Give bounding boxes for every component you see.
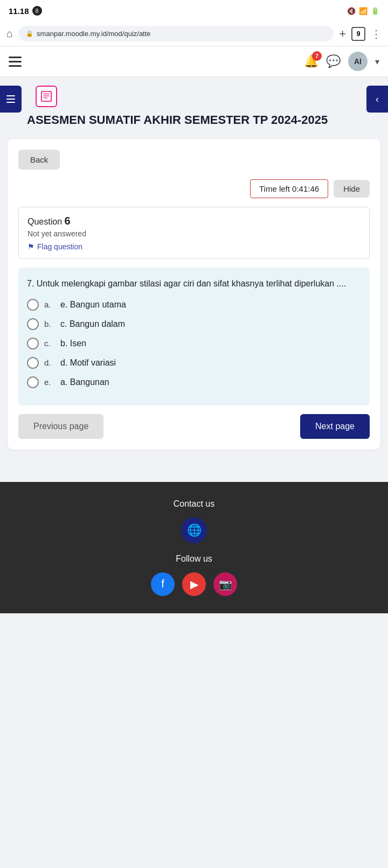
facebook-icon[interactable]: f <box>151 572 175 596</box>
svg-rect-3 <box>41 92 51 101</box>
radio-e[interactable] <box>27 376 39 388</box>
header-section: ‹ <box>0 77 388 107</box>
footer-social-links: f ▶ 📷 <box>9 572 379 596</box>
notification-badge: 7 <box>312 51 322 61</box>
radio-b[interactable] <box>27 318 39 330</box>
more-icon[interactable]: ⋮ <box>371 27 382 40</box>
option-a[interactable]: a. e. Bangun utama <box>27 299 361 311</box>
quiz-icon-box <box>36 86 57 107</box>
list-icon <box>5 94 16 104</box>
option-d-text: d. Motif variasi <box>60 358 116 368</box>
hide-button[interactable]: Hide <box>334 180 370 198</box>
instagram-icon[interactable]: 📷 <box>213 572 237 596</box>
radio-a[interactable] <box>27 299 39 311</box>
flag-question-link[interactable]: ⚑ Flag question <box>27 242 361 251</box>
timer-row: Time left 0:41:46 Hide <box>18 179 370 198</box>
flag-icon: ⚑ <box>27 242 34 251</box>
svg-rect-0 <box>6 95 15 96</box>
option-d[interactable]: d. d. Motif variasi <box>27 357 361 369</box>
question-status: Not yet answered <box>27 229 361 238</box>
hamburger-button[interactable] <box>9 57 22 67</box>
option-e-text: a. Bangunan <box>60 377 109 387</box>
youtube-icon[interactable]: ▶ <box>182 572 206 596</box>
footer-follow-label: Follow us <box>9 554 379 564</box>
option-c-letter: c. <box>44 339 55 348</box>
status-bar: 11.18 8 🔇 📶 🔋 <box>0 0 388 22</box>
footer: Contact us 🌐 Follow us f ▶ 📷 <box>0 482 388 613</box>
question-label: Question 6 <box>27 215 361 227</box>
chevron-down-icon[interactable]: ▾ <box>375 57 379 67</box>
quiz-icon <box>40 90 52 102</box>
question-content: 7. Untuk melengkapi gambar stilasi agar … <box>18 268 370 405</box>
avatar-button[interactable]: AI <box>348 52 368 71</box>
next-page-button[interactable]: Next page <box>300 414 370 439</box>
radio-c[interactable] <box>27 338 39 349</box>
url-text: smanpar.moodle.my.id/mod/quiz/atte <box>37 30 150 38</box>
option-c[interactable]: c. b. Isen <box>27 338 361 349</box>
tab-count[interactable]: 9 <box>351 27 365 41</box>
nav-buttons: Previous page Next page <box>18 414 370 439</box>
battery-icon: 🔋 <box>371 7 379 15</box>
status-icons: 🔇 📶 🔋 <box>347 7 379 15</box>
question-text: 7. Untuk melengkapi gambar stilasi agar … <box>27 277 361 290</box>
page-title: ASESMEN SUMATIF AKHIR SEMESTER TP 2024-2… <box>27 113 379 128</box>
url-bar[interactable]: 🔒 smanpar.moodle.my.id/mod/quiz/atte <box>18 26 334 41</box>
timer-display: Time left 0:41:46 <box>250 179 328 198</box>
chevron-left-icon: ‹ <box>376 94 379 105</box>
new-tab-button[interactable]: + <box>339 27 346 41</box>
option-a-letter: a. <box>44 300 55 309</box>
svg-rect-1 <box>6 99 15 100</box>
lock-icon: 🔒 <box>26 30 33 37</box>
side-nav-right-button[interactable]: ‹ <box>366 86 388 113</box>
option-d-letter: d. <box>44 358 55 367</box>
option-b-text: c. Bangun dalam <box>60 319 125 329</box>
options-list: a. e. Bangun utama b. c. Bangun dalam c.… <box>27 299 361 388</box>
notifications-wrapper[interactable]: 🔔 7 <box>304 54 318 68</box>
nav-right: 🔔 7 💬 AI ▾ <box>304 52 379 71</box>
option-e[interactable]: e. a. Bangunan <box>27 376 361 388</box>
question-number: 6 <box>65 215 71 227</box>
status-badge: 8 <box>32 6 42 16</box>
option-b[interactable]: b. c. Bangun dalam <box>27 318 361 330</box>
home-button[interactable]: ⌂ <box>6 27 13 40</box>
browser-actions: + 9 ⋮ <box>339 27 382 41</box>
option-b-letter: b. <box>44 319 55 328</box>
globe-icon[interactable]: 🌐 <box>181 517 207 543</box>
chat-icon[interactable]: 💬 <box>326 54 341 68</box>
previous-page-button[interactable]: Previous page <box>18 414 103 439</box>
status-time: 11.18 <box>9 6 29 16</box>
option-e-letter: e. <box>44 377 55 387</box>
option-a-text: e. Bangun utama <box>60 300 126 310</box>
back-button[interactable]: Back <box>18 150 60 170</box>
option-c-text: b. Isen <box>60 339 86 348</box>
browser-chrome: ⌂ 🔒 smanpar.moodle.my.id/mod/quiz/atte +… <box>0 22 388 46</box>
question-info: Question 6 Not yet answered ⚑ Flag quest… <box>18 207 370 259</box>
svg-rect-2 <box>6 102 15 103</box>
side-nav-left-button[interactable] <box>0 86 22 113</box>
main-content: ‹ ASESMEN SUMATIF AKHIR SEMESTER TP 2024… <box>0 77 388 466</box>
signal-icon: 📶 <box>359 7 368 15</box>
quiz-card: Back Time left 0:41:46 Hide Question 6 N… <box>8 139 380 450</box>
mute-icon: 🔇 <box>347 7 356 15</box>
nav-bar: 🔔 7 💬 AI ▾ <box>0 46 388 77</box>
radio-d[interactable] <box>27 357 39 369</box>
footer-contact-label: Contact us <box>9 499 379 509</box>
page-title-section: ASESMEN SUMATIF AKHIR SEMESTER TP 2024-2… <box>0 107 388 134</box>
